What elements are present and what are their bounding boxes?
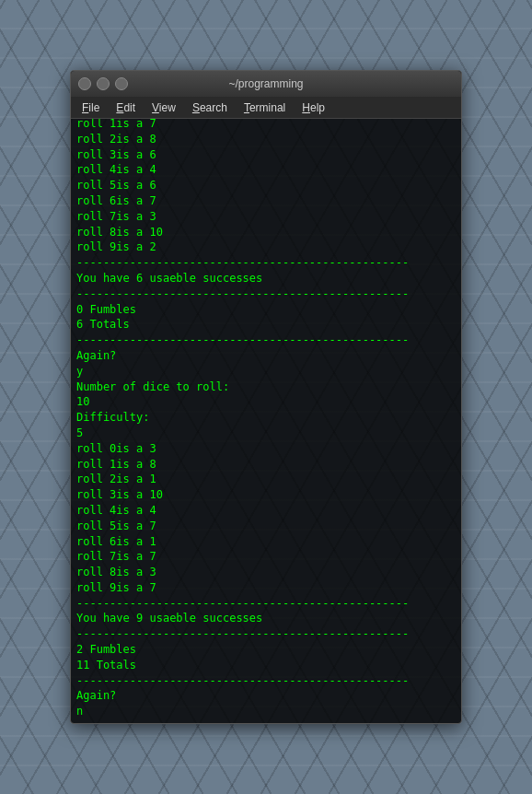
terminal-text: Number of dice to roll: 10 Difficulty: 5… — [76, 119, 456, 719]
menu-bar: File Edit View Search Terminal Help — [71, 97, 461, 119]
menu-search[interactable]: Search — [185, 99, 235, 116]
maximize-button[interactable] — [115, 77, 128, 90]
terminal-output[interactable]: Number of dice to roll: 10 Difficulty: 5… — [71, 119, 461, 723]
menu-view[interactable]: View — [145, 99, 183, 116]
window-title: ~/programming — [228, 77, 303, 90]
title-buttons — [78, 77, 128, 90]
menu-edit[interactable]: Edit — [109, 99, 143, 116]
menu-file[interactable]: File — [75, 99, 107, 116]
terminal-body: Number of dice to roll: 10 Difficulty: 5… — [71, 119, 461, 723]
close-button[interactable] — [78, 77, 91, 90]
minimize-button[interactable] — [97, 77, 110, 90]
terminal-window: ~/programming File Edit View Search Term… — [70, 70, 462, 724]
menu-help[interactable]: Help — [295, 99, 332, 116]
menu-terminal[interactable]: Terminal — [237, 99, 293, 116]
title-bar: ~/programming — [71, 71, 461, 97]
